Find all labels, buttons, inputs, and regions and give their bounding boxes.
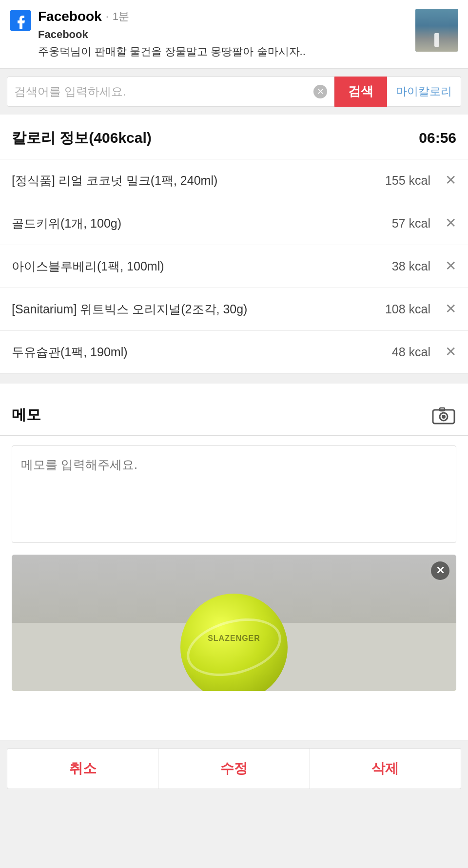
facebook-dot: · [106, 10, 109, 23]
thumbnail-boats-image [415, 9, 458, 52]
food-item: 두유슙관(1팩, 190ml) 48 kcal ✕ [0, 331, 468, 374]
food-item: [정식품] 리얼 코코넛 밀크(1팩, 240ml) 155 kcal ✕ [0, 159, 468, 202]
food-name: [정식품] 리얼 코코넛 밀크(1팩, 240ml) [12, 172, 379, 189]
food-delete-button[interactable]: ✕ [445, 259, 456, 273]
bottom-spacer [0, 701, 468, 740]
food-list: [정식품] 리얼 코코넛 밀크(1팩, 240ml) 155 kcal ✕ 골드… [0, 159, 468, 374]
food-delete-button[interactable]: ✕ [445, 345, 456, 359]
facebook-notification-content: Facebook · 1분 Facebook 주웅덕님이 판매할 물건을 장물말… [38, 9, 409, 59]
food-kcal: 155 kcal [385, 174, 430, 188]
food-name: [Sanitarium] 위트빅스 오리지널(2조각, 30g) [12, 301, 379, 318]
food-delete-button[interactable]: ✕ [445, 216, 456, 230]
search-input-placeholder: 검색어를 입력하세요. [14, 84, 313, 99]
search-clear-button[interactable]: ✕ [313, 85, 327, 98]
camera-icon-button[interactable] [431, 405, 456, 425]
memo-label: 메모 [12, 405, 41, 425]
food-item: 골드키위(1개, 100g) 57 kcal ✕ [0, 202, 468, 245]
food-name: 골드키위(1개, 100g) [12, 215, 386, 232]
main-content: 칼로리 정보(406kcal) 06:56 [정식품] 리얼 코코넛 밀크(1팩… [0, 115, 468, 740]
mycalorie-button[interactable]: 마이칼로리 [387, 77, 461, 107]
calorie-header: 칼로리 정보(406kcal) 06:56 [0, 115, 468, 159]
facebook-notification-title: Facebook [38, 27, 409, 42]
photo-close-button[interactable]: ✕ [431, 561, 449, 580]
food-delete-button[interactable]: ✕ [445, 174, 456, 187]
food-name: 두유슙관(1팩, 190ml) [12, 344, 386, 361]
tennis-brand: SLAZENGER [208, 634, 260, 643]
food-item: [Sanitarium] 위트빅스 오리지널(2조각, 30g) 108 kca… [0, 288, 468, 331]
svg-point-4 [442, 415, 446, 419]
search-button[interactable]: 검색 [334, 77, 387, 107]
food-kcal: 38 kcal [392, 259, 430, 273]
calorie-time: 06:56 [419, 130, 456, 146]
food-delete-button[interactable]: ✕ [445, 302, 456, 316]
bottom-buttons: 취소 수정 삭제 [0, 740, 468, 797]
facebook-logo [10, 10, 31, 31]
search-bar: 검색어를 입력하세요. ✕ 검색 마이칼로리 [0, 69, 468, 115]
facebook-banner: Facebook · 1분 Facebook 주웅덕님이 판매할 물건을 장물말… [0, 0, 468, 69]
tennis-seam [180, 609, 288, 685]
delete-button[interactable]: 삭제 [310, 748, 461, 789]
calorie-title: 칼로리 정보(406kcal) [12, 128, 152, 148]
memo-header: 메모 [0, 393, 468, 435]
facebook-thumbnail [415, 9, 458, 52]
facebook-app-name: Facebook [38, 9, 102, 24]
edit-button[interactable]: 수정 [158, 748, 310, 789]
facebook-time: 1분 [113, 9, 129, 24]
cancel-button[interactable]: 취소 [7, 748, 158, 789]
facebook-notification-subtitle: 주웅덕님이 판매할 물건을 장물말고 몽땅팔아 술마시자.. [38, 44, 409, 59]
photo-preview: SLAZENGER ✕ [12, 555, 456, 691]
food-kcal: 108 kcal [385, 302, 430, 316]
memo-textarea-wrap [0, 436, 468, 555]
search-input-wrap[interactable]: 검색어를 입력하세요. ✕ [7, 77, 334, 107]
food-kcal: 57 kcal [392, 216, 430, 231]
food-name: 아이스블루베리(1팩, 100ml) [12, 258, 386, 275]
food-kcal: 48 kcal [392, 345, 430, 359]
memo-section: 메모 SLAZENGER [0, 393, 468, 691]
food-item: 아이스블루베리(1팩, 100ml) 38 kcal ✕ [0, 245, 468, 288]
section-gap [0, 374, 468, 384]
facebook-header: Facebook · 1분 [38, 9, 409, 24]
memo-textarea[interactable] [12, 445, 456, 543]
